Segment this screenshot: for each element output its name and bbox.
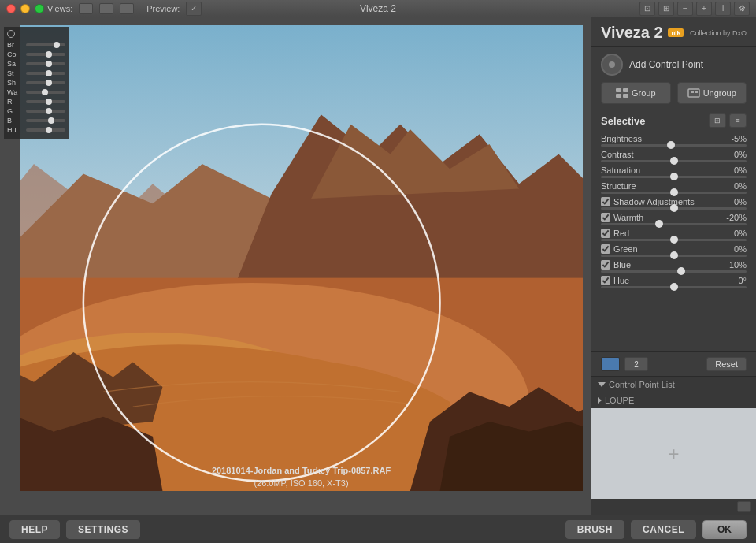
add-control-point-label: Add Control Point (629, 59, 703, 70)
adjustment-slider-track[interactable] (601, 207, 747, 210)
loupe-header[interactable]: LOUPE (591, 392, 756, 408)
slider-row[interactable]: St (7, 69, 65, 77)
bottom-right-buttons: BRUSH CANCEL OK (565, 520, 747, 539)
adjustment-checkbox[interactable] (601, 213, 610, 222)
opacity-field[interactable]: 2 (624, 357, 648, 371)
close-button[interactable] (6, 4, 16, 13)
adjustment-slider-thumb (670, 236, 678, 244)
ungroup-button[interactable]: Ungroup (677, 82, 747, 104)
zoom-in[interactable]: + (696, 2, 712, 16)
add-control-point-button[interactable]: Add Control Point (601, 54, 747, 76)
slider-label: Sh (7, 79, 24, 87)
info-btn[interactable]: i (715, 2, 731, 16)
slider-track[interactable] (26, 81, 65, 84)
maximize-button[interactable] (35, 4, 44, 13)
loupe-plus-icon: + (668, 443, 679, 465)
group-button[interactable]: Group (601, 82, 671, 104)
minimize-button[interactable] (20, 4, 30, 13)
preview-toggle[interactable]: ✓ (186, 2, 202, 16)
adjustment-slider-track[interactable] (601, 192, 747, 194)
ok-button[interactable]: OK (702, 520, 747, 539)
view-single[interactable] (79, 3, 93, 14)
slider-row[interactable]: Br (7, 41, 65, 49)
collection-info: nik Collection by DxO (668, 28, 747, 37)
adjustment-slider-track[interactable] (601, 255, 747, 257)
adjustment-checkbox[interactable] (601, 260, 610, 270)
control-point-list-bar[interactable]: Control Point List (591, 376, 756, 392)
adjustment-value: 0% (721, 150, 747, 159)
collection-badge: nik (668, 28, 684, 37)
color-swatch[interactable] (601, 357, 620, 371)
slider-track[interactable] (26, 100, 65, 103)
adjustment-slider-track[interactable] (601, 223, 747, 225)
slider-label: Sa (7, 60, 24, 68)
view-split[interactable] (99, 3, 113, 14)
selective-icon-1[interactable]: ⊞ (709, 113, 726, 128)
sliders-panel: Br Co Sa St Sh Wa R G (4, 27, 69, 139)
settings-button[interactable]: SETTINGS (66, 520, 140, 539)
zoom-actual[interactable]: ⊞ (658, 2, 674, 16)
main-layout: Br Co Sa St Sh Wa R G (0, 17, 756, 515)
ungroup-label: Ungroup (703, 88, 736, 98)
adjustment-value: -5% (721, 134, 747, 143)
cancel-button[interactable]: CANCEL (631, 520, 696, 539)
slider-track[interactable] (26, 128, 65, 132)
slider-row[interactable]: B (7, 117, 65, 125)
reset-button[interactable]: Reset (706, 357, 747, 371)
slider-track[interactable] (26, 110, 65, 113)
canvas-area[interactable]: Br Co Sa St Sh Wa R G (0, 17, 591, 515)
adjustment-slider-track[interactable] (601, 270, 747, 273)
slider-row[interactable]: Wa (7, 88, 65, 96)
adjustment-slider-track[interactable] (601, 239, 747, 241)
adjustment-checkbox[interactable] (601, 276, 610, 285)
adjustment-name: Contrast (601, 150, 634, 159)
loupe-settings-icon[interactable] (737, 501, 751, 512)
svg-rect-17 (688, 89, 699, 97)
adjustment-checkbox[interactable] (601, 229, 610, 238)
adjustment-row: Contrast 0% (601, 150, 747, 162)
photo-info: 20181014-Jordan and Turkey Trip-0857.RAF… (20, 465, 583, 489)
viveza-header: Viveza 2 nik Collection by DxO (591, 17, 756, 47)
slider-thumb (46, 127, 52, 133)
slider-row[interactable]: Sh (7, 79, 65, 87)
adjustment-slider-thumb (670, 188, 678, 196)
adjustment-row: Hue 0° (601, 276, 747, 288)
slider-track[interactable] (26, 62, 65, 65)
adjustment-name: Blue (601, 260, 631, 270)
adjustment-slider-track[interactable] (601, 144, 747, 147)
view-compare[interactable] (120, 3, 134, 14)
slider-row[interactable]: G (7, 107, 65, 115)
adjustment-row: Saturation 0% (601, 166, 747, 178)
slider-row[interactable]: R (7, 98, 65, 106)
adjustment-name: Red (601, 229, 629, 238)
slider-row[interactable]: Co (7, 50, 65, 58)
adjustment-row: Brightness -5% (601, 134, 747, 147)
slider-track[interactable] (26, 53, 65, 56)
adjustment-checkbox[interactable] (601, 244, 610, 254)
slider-track[interactable] (26, 91, 65, 94)
svg-rect-13 (616, 88, 621, 92)
slider-track[interactable] (26, 43, 65, 46)
settings-icon-btn[interactable]: ⚙ (734, 2, 750, 16)
adjustment-checkbox[interactable] (601, 197, 610, 206)
adjustment-slider-track[interactable] (601, 176, 747, 178)
brush-button[interactable]: BRUSH (565, 520, 624, 539)
views-label: Views: (47, 4, 72, 13)
adjustment-slider-track[interactable] (601, 286, 747, 288)
selective-section: Selective ⊞ ≡ Brightness -5% Contrast 0 (591, 110, 756, 351)
slider-track[interactable] (26, 72, 65, 75)
adjustment-row: Warmth -20% (601, 213, 747, 225)
slider-row[interactable]: Hu (7, 126, 65, 134)
slider-thumb (46, 51, 52, 58)
adjustment-slider-track[interactable] (601, 160, 747, 162)
zoom-fit[interactable]: ⊡ (639, 2, 655, 16)
ungroup-icon (687, 88, 700, 98)
help-button[interactable]: HELP (9, 520, 60, 539)
svg-rect-15 (616, 94, 621, 98)
selective-icon-2[interactable]: ≡ (729, 113, 747, 128)
control-point-list-label: Control Point List (609, 380, 675, 389)
slider-row[interactable]: Sa (7, 60, 65, 68)
zoom-out[interactable]: − (677, 2, 693, 16)
slider-thumb (48, 117, 54, 124)
slider-track[interactable] (26, 119, 65, 122)
